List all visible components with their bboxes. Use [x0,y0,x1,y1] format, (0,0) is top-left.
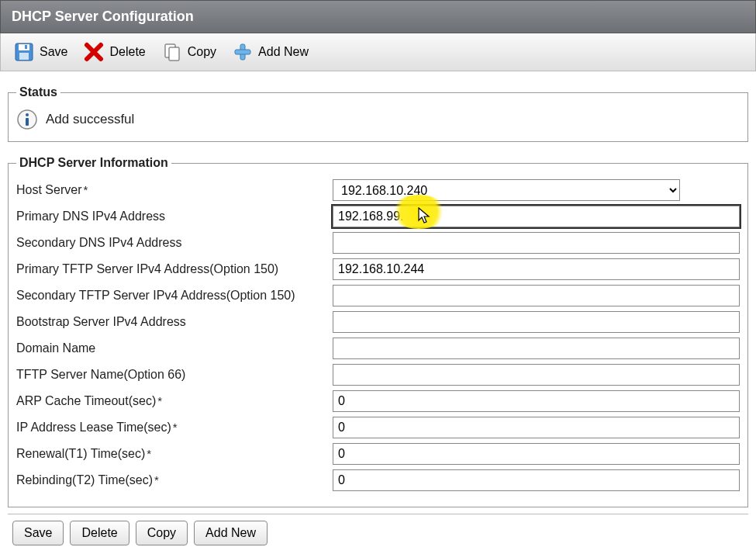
save-button[interactable]: Save [9,38,72,66]
primary-dns-input[interactable] [333,206,740,227]
dhcp-info-legend: DHCP Server Information [16,156,171,170]
domain-name-label: Domain Name [16,338,333,358]
add-new-button[interactable]: Add New [227,38,313,66]
host-server-label: Host Server [16,180,333,200]
bottom-save-button[interactable]: Save [12,521,64,545]
info-icon [16,109,38,130]
host-server-select[interactable]: 192.168.10.240 [333,179,680,201]
rebinding-input[interactable] [333,469,740,491]
bootstrap-label: Bootstrap Server IPv4 Address [16,312,333,332]
separator [8,514,748,514]
copy-icon [161,41,183,63]
page-title: DHCP Server Configuration [12,9,194,24]
renewal-input[interactable] [333,443,740,465]
copy-label: Copy [188,45,216,59]
primary-tftp-label: Primary TFTP Server IPv4 Address(Option … [16,259,333,279]
secondary-tftp-input[interactable] [333,285,740,306]
secondary-dns-label: Secondary DNS IPv4 Address [16,233,333,253]
bottom-add-new-button[interactable]: Add New [194,521,268,545]
svg-rect-7 [235,50,250,54]
primary-dns-label: Primary DNS IPv4 Address [16,206,333,227]
rebinding-label: Rebinding(T2) Time(sec) [16,470,333,490]
arp-timeout-input[interactable] [333,390,740,412]
delete-icon [83,41,105,63]
secondary-dns-input[interactable] [333,232,740,254]
delete-label: Delete [109,45,145,59]
svg-rect-5 [169,47,179,61]
bottom-toolbar: Save Delete Copy Add New [0,518,756,553]
svg-rect-3 [25,45,27,49]
dhcp-info-fieldset: DHCP Server Information Host Server 192.… [8,156,748,507]
title-bar: DHCP Server Configuration [0,0,756,33]
bottom-delete-button[interactable]: Delete [70,521,129,545]
delete-button[interactable]: Delete [78,38,150,66]
top-toolbar: Save Delete Copy Add New [0,33,756,71]
add-icon [232,41,254,63]
lease-time-label: IP Address Lease Time(sec) [16,417,333,438]
bottom-copy-button[interactable]: Copy [136,521,188,545]
bootstrap-input[interactable] [333,311,740,333]
arp-timeout-label: ARP Cache Timeout(sec) [16,391,333,411]
status-fieldset: Status Add successful [8,85,748,142]
primary-tftp-input[interactable] [333,258,740,280]
lease-time-input[interactable] [333,417,740,438]
add-new-label: Add New [258,45,309,59]
save-icon [13,41,35,63]
renewal-label: Renewal(T1) Time(sec) [16,444,333,464]
svg-rect-1 [19,44,29,50]
svg-point-9 [26,113,29,116]
svg-rect-2 [19,53,29,60]
tftp-name-input[interactable] [333,364,740,386]
svg-rect-10 [26,118,29,126]
domain-name-input[interactable] [333,338,740,359]
secondary-tftp-label: Secondary TFTP Server IPv4 Address(Optio… [16,286,333,306]
tftp-name-label: TFTP Server Name(Option 66) [16,365,333,385]
copy-button[interactable]: Copy [157,38,221,66]
status-message: Add successful [46,112,134,127]
save-label: Save [40,45,67,59]
status-legend: Status [16,85,60,99]
